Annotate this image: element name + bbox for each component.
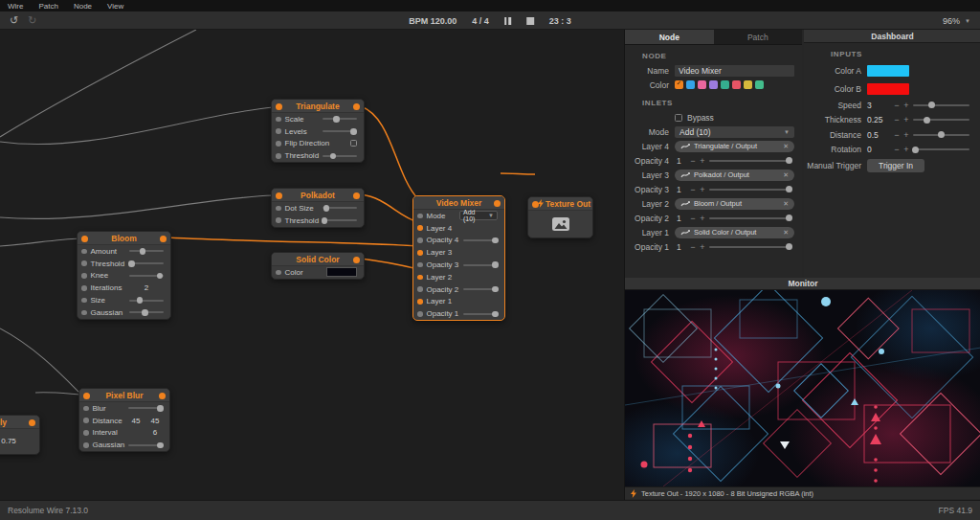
output-port[interactable] <box>353 192 360 199</box>
size-slider[interactable] <box>129 300 164 302</box>
node-multiply[interactable]: Multiply 0.75 <box>0 415 40 455</box>
increment-button[interactable]: + <box>698 242 707 252</box>
input-port[interactable] <box>276 192 282 199</box>
layer3-connection-chip[interactable]: Polkadot / Output ✕ <box>675 170 794 181</box>
layer1-port[interactable] <box>417 299 423 305</box>
thickness-value[interactable]: 0.25 <box>867 115 892 124</box>
bpm-display[interactable]: BPM 120.00 <box>409 16 457 26</box>
increment-button[interactable]: + <box>698 156 707 166</box>
distance-slider[interactable] <box>913 134 969 136</box>
inlet-port[interactable] <box>276 217 281 223</box>
opacity1-slider[interactable] <box>709 246 792 248</box>
node-polkadot[interactable]: Polkadot Dot Size Threshold <box>271 188 365 228</box>
output-port[interactable] <box>353 103 360 110</box>
iterations-value[interactable]: 2 <box>129 283 164 292</box>
node-name-input[interactable] <box>675 65 794 77</box>
color-swatch-teal[interactable] <box>721 80 729 89</box>
input-port[interactable] <box>276 103 282 110</box>
menu-view[interactable]: View <box>107 2 123 11</box>
opacity3-slider[interactable] <box>463 264 498 266</box>
inlet-port[interactable] <box>276 153 281 159</box>
gaussian-slider[interactable] <box>129 311 164 313</box>
layer3-port[interactable] <box>417 250 423 256</box>
amount-slider[interactable] <box>129 250 164 252</box>
input-port[interactable] <box>532 201 539 208</box>
opacity2-slider[interactable] <box>463 288 498 290</box>
inlet-port[interactable] <box>276 141 281 147</box>
color-swatch-purple[interactable] <box>709 80 718 89</box>
redo-icon[interactable]: ↻ <box>28 14 36 27</box>
tab-patch[interactable]: Patch <box>714 30 803 44</box>
node-pixel-blur[interactable]: Pixel Blur Blur Distance 45 45 Interval … <box>78 388 170 452</box>
color-swatch-yellow[interactable] <box>744 80 752 89</box>
flip-direction-checkbox[interactable] <box>350 140 357 147</box>
decrement-button[interactable]: − <box>892 115 902 124</box>
inlet-port[interactable] <box>417 262 423 268</box>
blend-mode-select[interactable]: Add (10) ▼ <box>459 211 498 220</box>
increment-button[interactable]: + <box>902 145 911 154</box>
threshold-slider[interactable] <box>323 219 357 221</box>
inlet-port[interactable] <box>276 128 281 134</box>
output-port[interactable] <box>159 393 166 399</box>
color-swatch-red[interactable] <box>732 80 741 89</box>
inlet-port[interactable] <box>276 117 281 123</box>
color-swatch-green[interactable] <box>755 80 764 89</box>
node-video-mixer[interactable]: Video Mixer Mode Add (10) ▼ Layer 4 Opac… <box>412 195 505 321</box>
blur-slider[interactable] <box>128 407 163 409</box>
menu-patch[interactable]: Patch <box>38 2 57 11</box>
inlet-port[interactable] <box>417 237 423 243</box>
opacity2-slider[interactable] <box>709 217 792 219</box>
pause-icon[interactable] <box>504 17 511 25</box>
inlet-port[interactable] <box>417 311 423 317</box>
inlet-port[interactable] <box>81 273 87 279</box>
inlet-port[interactable] <box>81 260 87 266</box>
inlet-port[interactable] <box>81 249 87 255</box>
rotation-slider[interactable] <box>913 148 969 150</box>
time-signature[interactable]: 4 / 4 <box>472 16 489 26</box>
thickness-slider[interactable] <box>913 119 969 121</box>
stop-icon[interactable] <box>526 17 534 25</box>
threshold-slider[interactable] <box>129 262 164 264</box>
speed-slider[interactable] <box>913 104 969 106</box>
inlet-port[interactable] <box>81 310 87 316</box>
distance-y-value[interactable]: 45 <box>147 417 163 425</box>
increment-button[interactable]: + <box>698 185 707 194</box>
disconnect-icon[interactable]: ✕ <box>783 229 789 237</box>
decrement-button[interactable]: − <box>892 145 902 154</box>
inlet-port[interactable] <box>83 430 89 436</box>
speed-value[interactable]: 3 <box>867 101 892 110</box>
zoom-control[interactable]: 96% ▼ <box>943 11 970 30</box>
increment-button[interactable]: + <box>902 101 911 110</box>
layer4-port[interactable] <box>417 225 423 231</box>
inlet-port[interactable] <box>83 406 89 412</box>
input-port[interactable] <box>83 393 90 399</box>
scale-slider[interactable] <box>323 118 357 120</box>
trigger-in-button[interactable]: Trigger In <box>867 159 924 172</box>
layer2-connection-chip[interactable]: Bloom / Output ✕ <box>675 198 794 210</box>
input-port[interactable] <box>81 236 88 242</box>
inlet-port[interactable] <box>81 298 87 304</box>
disconnect-icon[interactable]: ✕ <box>783 200 789 208</box>
node-texture-out[interactable]: Texture Out <box>527 196 593 238</box>
inlet-port[interactable] <box>83 418 89 423</box>
node-triangulate[interactable]: Triangulate Scale Levels Flip Direction … <box>271 99 365 163</box>
color-a-swatch[interactable] <box>867 65 909 77</box>
opacity-value[interactable]: 1 <box>675 214 688 223</box>
undo-icon[interactable]: ↺ <box>10 14 18 27</box>
tab-node[interactable]: Node <box>625 30 714 44</box>
layer2-port[interactable] <box>417 275 423 281</box>
menu-node[interactable]: Node <box>74 2 92 11</box>
opacity4-slider[interactable] <box>463 239 498 241</box>
color-b-swatch[interactable] <box>867 83 909 95</box>
output-port[interactable] <box>160 236 167 242</box>
opacity-value[interactable]: 1 <box>675 185 688 194</box>
decrement-button[interactable]: − <box>688 185 698 194</box>
decrement-button[interactable]: − <box>688 242 698 252</box>
output-port[interactable] <box>494 200 501 207</box>
distance-x-value[interactable]: 45 <box>128 417 144 425</box>
opacity4-slider[interactable] <box>709 160 792 162</box>
inlet-port[interactable] <box>83 442 89 448</box>
node-solid-color[interactable]: Solid Color Color <box>271 252 365 280</box>
decrement-button[interactable]: − <box>688 214 698 223</box>
opacity3-slider[interactable] <box>709 189 792 191</box>
